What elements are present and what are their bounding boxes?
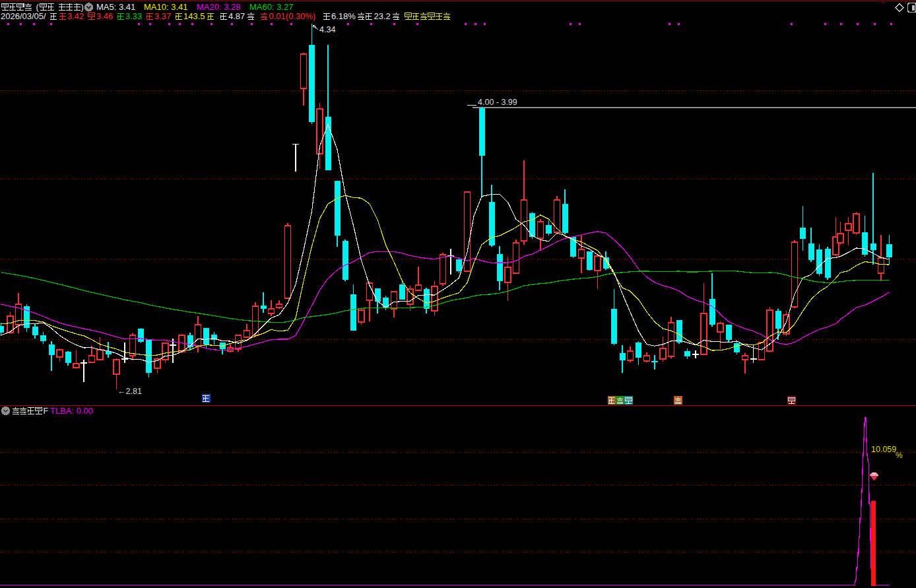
svg-text:4.34: 4.34 — [319, 25, 335, 34]
svg-text:MA10: 3.41: MA10: 3.41 — [144, 2, 188, 12]
svg-text:%: % — [896, 451, 903, 460]
svg-text:MA5: 3.41: MA5: 3.41 — [96, 2, 135, 12]
svg-text:4.00 - 3.99: 4.00 - 3.99 — [478, 98, 517, 107]
svg-text:TLBA: 0.00: TLBA: 0.00 — [50, 406, 93, 416]
svg-text:4.87: 4.87 — [228, 11, 245, 21]
svg-text:2026/03/05/: 2026/03/05/ — [1, 11, 46, 21]
svg-text:MA20: 3.28: MA20: 3.28 — [197, 2, 241, 12]
svg-text:3.37: 3.37 — [154, 11, 171, 21]
svg-text:0.01(0.30%): 0.01(0.30%) — [269, 11, 316, 21]
svg-text:23.2: 23.2 — [374, 11, 391, 21]
svg-text:): ) — [81, 2, 84, 12]
svg-text:←2.81: ←2.81 — [117, 387, 142, 396]
svg-text:6.18%: 6.18% — [331, 11, 356, 21]
svg-text:10.059: 10.059 — [871, 445, 896, 454]
svg-text:3.42: 3.42 — [67, 11, 84, 21]
svg-text:143.5: 143.5 — [183, 11, 205, 21]
svg-text:3.33: 3.33 — [125, 11, 142, 21]
svg-text:3.46: 3.46 — [96, 11, 113, 21]
svg-text:F: F — [44, 407, 49, 416]
svg-text:MA60: 3.27: MA60: 3.27 — [249, 2, 294, 12]
svg-text:(: ( — [36, 2, 40, 12]
